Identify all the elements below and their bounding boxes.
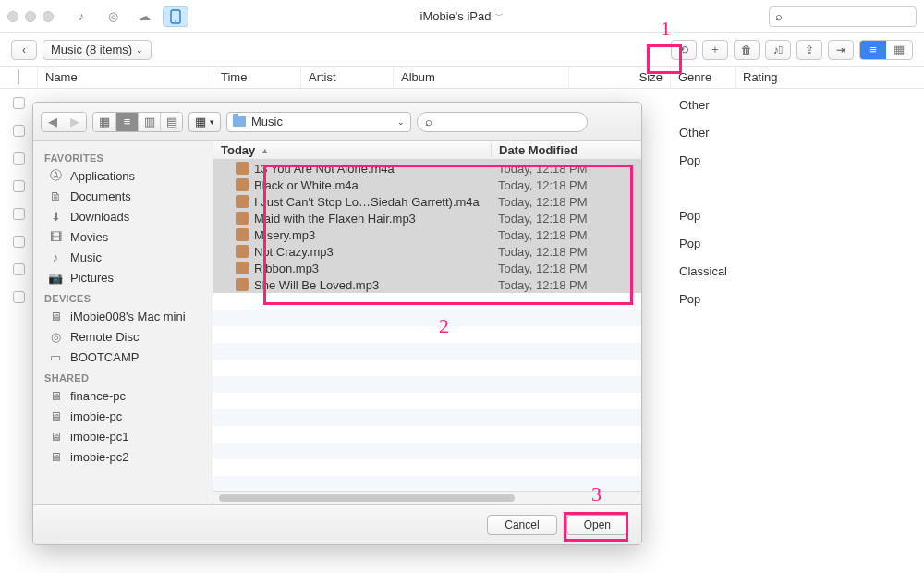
cloud-icon[interactable]: ☁ xyxy=(131,6,157,27)
movies-icon: 🎞 xyxy=(48,229,63,244)
sidebar-item-mac[interactable]: 🖥iMobie008's Mac mini xyxy=(33,306,213,326)
file-list-header: Today▲ Date Modified xyxy=(213,141,641,160)
row-checkbox[interactable] xyxy=(13,263,25,275)
search-icon: ⌕ xyxy=(775,9,783,23)
col-datemodified[interactable]: Date Modified xyxy=(491,143,641,157)
table-header: Name Time Artist Album Size Genre Rating xyxy=(0,67,924,89)
annotation-number-2: 2 xyxy=(439,314,449,338)
file-row[interactable]: Black or White.m4aToday, 12:18 PM xyxy=(213,177,641,193)
file-date: Today, 12:18 PM xyxy=(491,195,641,209)
disc-icon: ◎ xyxy=(48,329,63,344)
col-filename[interactable]: Today▲ xyxy=(213,143,491,157)
row-checkbox[interactable] xyxy=(13,291,25,303)
file-name: She Will Be Loved.mp3 xyxy=(254,278,379,292)
drive-icon: ▭ xyxy=(48,349,63,364)
refresh-button[interactable]: ⟲ xyxy=(671,40,697,60)
network-pc-icon: 🖥 xyxy=(48,449,63,464)
column-view-button[interactable]: ▥ xyxy=(138,113,160,131)
to-device-button[interactable]: ⇥ xyxy=(828,40,854,60)
row-checkbox[interactable] xyxy=(13,208,25,220)
network-pc-icon: 🖥 xyxy=(48,429,63,444)
search-input[interactable]: ⌕ xyxy=(769,6,917,27)
svg-point-1 xyxy=(175,20,176,22)
window-title[interactable]: iMobie's iPad ﹀ xyxy=(420,9,505,23)
back-button[interactable]: ‹ xyxy=(11,40,37,60)
col-artist[interactable]: Artist xyxy=(300,67,393,88)
icon-view-button[interactable]: ▦ xyxy=(93,113,116,131)
nav-back-button[interactable]: ◀ xyxy=(42,113,64,131)
minimize-window-button[interactable] xyxy=(25,11,36,22)
annotation-number-1: 1 xyxy=(661,17,671,41)
cancel-button[interactable]: Cancel xyxy=(487,515,556,535)
row-checkbox[interactable] xyxy=(13,152,25,165)
col-rating[interactable]: Rating xyxy=(735,67,808,88)
sidebar-item-music[interactable]: ♪Music xyxy=(33,247,213,267)
file-row[interactable]: Maid with the Flaxen Hair.mp3Today, 12:1… xyxy=(213,210,641,226)
col-album[interactable]: Album xyxy=(393,67,568,88)
file-name: Black or White.m4a xyxy=(254,178,359,192)
sidebar-item-applications[interactable]: ⒶApplications xyxy=(33,165,213,186)
coverflow-view-button[interactable]: ▤ xyxy=(160,113,182,131)
file-row[interactable]: Not Crazy.mp3Today, 12:18 PM xyxy=(213,243,641,260)
col-size[interactable]: Size xyxy=(568,67,670,88)
music-library-icon[interactable]: ♪ xyxy=(68,6,94,27)
dialog-toolbar: ◀ ▶ ▦ ≡ ▥ ▤ ▦▾ Music ⌄ ⌕ xyxy=(33,103,641,141)
finder-search-input[interactable]: ⌕ xyxy=(417,112,588,132)
breadcrumb-label: Music (8 items) xyxy=(51,43,132,56)
file-date: Today, 12:18 PM xyxy=(491,162,641,176)
file-row[interactable]: I Just Can't Stop Lo…Siedah Garrett).m4a… xyxy=(213,193,641,210)
zoom-window-button[interactable] xyxy=(43,11,54,22)
file-date: Today, 12:18 PM xyxy=(491,212,641,226)
to-mac-button[interactable]: ⇪ xyxy=(796,40,822,60)
disc-icon[interactable]: ◎ xyxy=(100,6,126,27)
nav-forward-button[interactable]: ▶ xyxy=(64,113,86,131)
col-name[interactable]: Name xyxy=(37,67,213,88)
col-genre[interactable]: Genre xyxy=(670,67,735,88)
breadcrumb[interactable]: Music (8 items) ⌄ xyxy=(43,40,152,60)
open-button[interactable]: Open xyxy=(566,515,628,535)
delete-button[interactable]: 🗑 xyxy=(734,40,760,60)
sidebar-item-shared[interactable]: 🖥imobie-pc xyxy=(33,406,213,426)
sidebar-item-downloads[interactable]: ⬇Downloads xyxy=(33,206,213,226)
sidebar-item-pictures[interactable]: 📷Pictures xyxy=(33,267,213,287)
music-icon: ♪ xyxy=(48,250,63,264)
list-view-button[interactable]: ≡ xyxy=(860,41,886,59)
sidebar-item-shared[interactable]: 🖥imobie-pc2 xyxy=(33,446,213,467)
row-checkbox[interactable] xyxy=(13,125,25,137)
window-titlebar: ♪ ◎ ☁ iMobie's iPad ﹀ ⌕ xyxy=(0,0,924,33)
to-itunes-button[interactable]: ♪⃝ xyxy=(765,40,791,60)
row-checkbox[interactable] xyxy=(13,97,25,109)
network-pc-icon: 🖥 xyxy=(48,388,63,403)
file-row[interactable]: Misery.mp3Today, 12:18 PM xyxy=(213,226,641,243)
genre-cell: Pop xyxy=(679,285,727,312)
sidebar-item-movies[interactable]: 🎞Movies xyxy=(33,226,213,247)
folder-icon xyxy=(233,116,246,127)
finder-sidebar: FAVORITES ⒶApplications 🗎Documents ⬇Down… xyxy=(33,141,213,504)
row-checkbox[interactable] xyxy=(13,180,25,192)
file-row[interactable]: Ribbon.mp3Today, 12:18 PM xyxy=(213,260,641,276)
list-view-button[interactable]: ≡ xyxy=(116,113,138,131)
finder-view-toggle: ▦ ≡ ▥ ▤ xyxy=(92,112,183,132)
sidebar-item-shared[interactable]: 🖥imobie-pc1 xyxy=(33,426,213,446)
add-button[interactable]: ＋ xyxy=(702,40,728,60)
horizontal-scrollbar[interactable] xyxy=(213,491,641,504)
col-time[interactable]: Time xyxy=(213,67,300,88)
arrange-menu[interactable]: ▦▾ xyxy=(188,112,221,132)
device-icon[interactable] xyxy=(163,6,188,27)
search-icon: ⌕ xyxy=(425,115,432,128)
sidebar-item-documents[interactable]: 🗎Documents xyxy=(33,186,213,206)
file-name: Ribbon.mp3 xyxy=(254,262,319,275)
file-name: 13 You Are Not Alone.m4a xyxy=(254,162,395,176)
sidebar-item-remotedisc[interactable]: ◎Remote Disc xyxy=(33,326,213,347)
file-row[interactable]: 13 You Are Not Alone.m4aToday, 12:18 PM xyxy=(213,160,641,177)
sidebar-item-shared[interactable]: 🖥finance-pc xyxy=(33,385,213,406)
toolbar: ‹ Music (8 items) ⌄ ⟲ ＋ 🗑 ♪⃝ ⇪ ⇥ ≡ ▦ xyxy=(0,33,924,67)
sidebar-item-bootcamp[interactable]: ▭BOOTCAMP xyxy=(33,347,213,367)
grid-view-button[interactable]: ▦ xyxy=(886,41,912,59)
close-window-button[interactable] xyxy=(7,11,18,22)
select-all-checkbox[interactable] xyxy=(18,69,19,85)
path-selector[interactable]: Music ⌄ xyxy=(226,112,411,132)
file-name: Maid with the Flaxen Hair.mp3 xyxy=(254,212,416,226)
file-row[interactable]: She Will Be Loved.mp3Today, 12:18 PM xyxy=(213,276,641,293)
row-checkbox[interactable] xyxy=(13,236,25,248)
